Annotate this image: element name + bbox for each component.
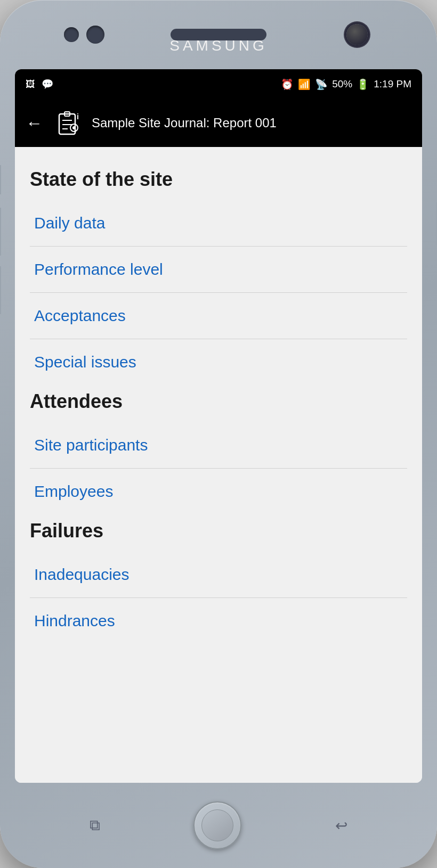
front-sensor <box>64 27 79 42</box>
camera-area <box>64 26 104 44</box>
volume-down-button[interactable] <box>0 208 1 256</box>
back-nav-button[interactable]: ↩ <box>335 817 347 834</box>
section-attendees: Attendees Site participants Employees <box>30 390 407 514</box>
back-nav-icon: ↩ <box>335 817 347 834</box>
signal-icon: 📡 <box>315 78 328 91</box>
brand-label: SAMSUNG <box>169 37 268 54</box>
section-title-state: State of the site <box>30 168 407 191</box>
menu-item-special-issues[interactable]: Special issues <box>30 339 407 385</box>
phone-top <box>0 0 437 69</box>
status-bar: 🖼 💬 ⏰ 📶 📡 50% 🔋 1:19 PM <box>15 69 422 99</box>
home-button[interactable] <box>193 801 241 849</box>
menu-item-site-participants[interactable]: Site participants <box>30 422 407 469</box>
phone-frame: SAMSUNG 🖼 💬 ⏰ 📶 📡 50% 🔋 1:19 PM ← <box>0 0 437 868</box>
menu-item-inadequacies[interactable]: Inadequacies <box>30 552 407 598</box>
home-button-inner <box>201 809 233 841</box>
phone-bottom-nav: ⧉ ↩ <box>0 783 437 868</box>
section-state-of-site: State of the site Daily data Performance… <box>30 168 407 385</box>
header-title: Sample Site Journal: Report 001 <box>92 116 277 130</box>
battery-icon: 🔋 <box>357 78 369 91</box>
status-left-icons: 🖼 💬 <box>26 78 53 90</box>
svg-text:i: i <box>77 112 79 121</box>
time-display: 1:19 PM <box>374 78 411 90</box>
selfie-camera <box>346 24 368 45</box>
menu-item-hindrances[interactable]: Hindrances <box>30 598 407 644</box>
menu-item-acceptances[interactable]: Acceptances <box>30 293 407 339</box>
recent-apps-icon: ⧉ <box>90 817 100 834</box>
back-button[interactable]: ← <box>26 113 43 133</box>
front-camera-dot <box>86 26 104 44</box>
menu-item-employees[interactable]: Employees <box>30 469 407 514</box>
status-right-info: ⏰ 📶 📡 50% 🔋 1:19 PM <box>281 78 411 91</box>
svg-point-6 <box>72 126 76 129</box>
section-failures: Failures Inadequacies Hindrances <box>30 520 407 644</box>
image-icon: 🖼 <box>26 79 35 90</box>
app-header: ← i Sample Site Journal: Report 001 <box>15 99 422 147</box>
app-icon: i <box>53 108 83 138</box>
wifi-icon: 📶 <box>298 78 311 91</box>
bixby-button[interactable] <box>0 266 1 314</box>
menu-item-performance-level[interactable]: Performance level <box>30 247 407 293</box>
menu-item-daily-data[interactable]: Daily data <box>30 200 407 247</box>
section-title-failures: Failures <box>30 520 407 542</box>
recent-apps-button[interactable]: ⧉ <box>90 817 100 834</box>
volume-up-button[interactable] <box>0 165 1 194</box>
battery-percent: 50% <box>332 78 352 90</box>
screen: 🖼 💬 ⏰ 📶 📡 50% 🔋 1:19 PM ← <box>15 69 422 783</box>
alarm-icon: ⏰ <box>281 78 294 91</box>
content-area: State of the site Daily data Performance… <box>15 147 422 783</box>
whatsapp-icon: 💬 <box>42 78 53 90</box>
section-title-attendees: Attendees <box>30 390 407 413</box>
